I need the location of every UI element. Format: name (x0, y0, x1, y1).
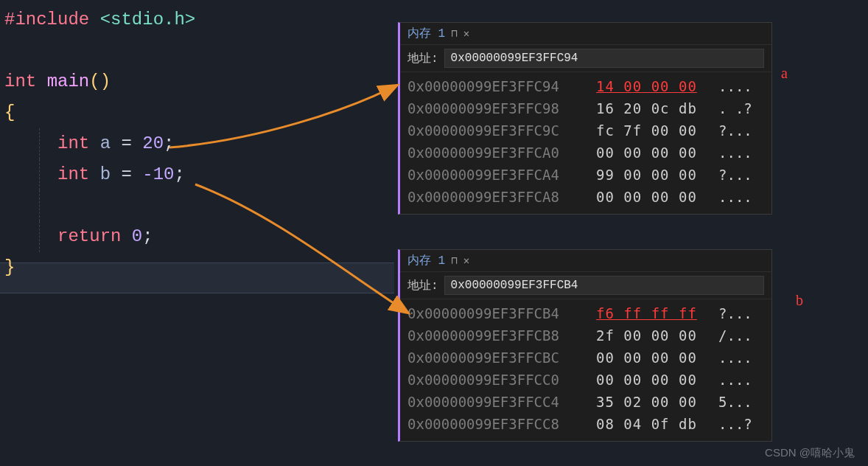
address-input[interactable] (444, 276, 764, 295)
memory-panel-a: 内存 1 ⊓ ✕ 地址: 0x00000099EF3FFC9414 00 00 … (398, 22, 772, 215)
code-line-var-b: int b = -10; (4, 159, 394, 190)
address-label: 地址: (407, 278, 438, 293)
close-icon[interactable]: ✕ (463, 254, 469, 267)
memory-rows-b: 0x00000099EF3FFCB4f6 ff ff ff?... 0x0000… (400, 299, 771, 441)
memory-panel-title[interactable]: 内存 1 ⊓ ✕ (400, 23, 771, 45)
code-line-main: int main() (4, 66, 394, 97)
memory-panel-title[interactable]: 内存 1 ⊓ ✕ (400, 250, 771, 272)
annotation-a: a (781, 65, 788, 82)
pin-icon[interactable]: ⊓ (451, 254, 457, 267)
memory-row: 0x00000099EF3FFCC000 00 00 00.... (407, 369, 764, 391)
memory-row: 0x00000099EF3FFCB82f 00 00 00/... (407, 324, 764, 347)
memory-address-row: 地址: (400, 45, 771, 72)
memory-row: 0x00000099EF3FFCA800 00 00 00.... (407, 186, 764, 208)
address-label: 地址: (407, 51, 438, 66)
memory-row: 0x00000099EF3FFC9Cfc 7f 00 00?... (407, 119, 764, 142)
memory-title-text: 内存 1 (407, 26, 445, 41)
code-line-blank2 (4, 190, 394, 221)
memory-row: 0x00000099EF3FFCBC00 00 00 00.... (407, 347, 764, 369)
memory-row: 0x00000099EF3FFC9816 20 0c db. .? (407, 97, 764, 119)
pin-icon[interactable]: ⊓ (451, 27, 457, 40)
code-line-closebrace: } (4, 252, 394, 283)
code-line-openbrace: { (4, 97, 394, 128)
memory-row: 0x00000099EF3FFCB4f6 ff ff ff?... (407, 302, 764, 324)
annotation-b: b (796, 292, 803, 309)
code-line-blank (4, 35, 394, 66)
code-line-return: return 0; (4, 221, 394, 252)
code-editor: #include <stdio.h> int main() { int a = … (0, 0, 394, 302)
memory-row: 0x00000099EF3FFCC435 02 00 005... (407, 391, 764, 413)
memory-rows-a: 0x00000099EF3FFC9414 00 00 00.... 0x0000… (400, 72, 771, 214)
preproc-directive: #include (4, 10, 89, 29)
watermark: CSDN @嘻哈小鬼 (765, 446, 855, 460)
include-header: <stdio.h> (100, 10, 196, 29)
close-icon[interactable]: ✕ (463, 27, 469, 40)
address-input[interactable] (444, 49, 764, 68)
memory-panel-b: 内存 1 ⊓ ✕ 地址: 0x00000099EF3FFCB4f6 ff ff … (398, 249, 772, 442)
memory-row: 0x00000099EF3FFCA499 00 00 00?... (407, 164, 764, 186)
memory-row: 0x00000099EF3FFCC808 04 0f db...? (407, 413, 764, 435)
memory-address-row: 地址: (400, 272, 771, 299)
memory-row: 0x00000099EF3FFC9414 00 00 00.... (407, 75, 764, 97)
code-line-var-a: int a = 20; (4, 128, 394, 159)
memory-title-text: 内存 1 (407, 253, 445, 268)
memory-row: 0x00000099EF3FFCA000 00 00 00.... (407, 142, 764, 164)
main-identifier: main (47, 72, 90, 91)
code-line-include: #include <stdio.h> (4, 4, 394, 35)
